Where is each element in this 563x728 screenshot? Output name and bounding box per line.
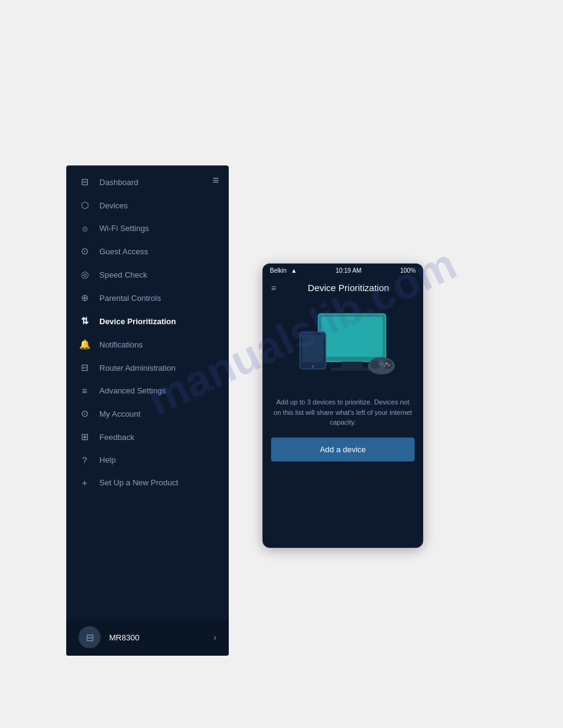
sidebar-item-feedback[interactable]: ⊞Feedback [66, 425, 229, 449]
status-left: Belkin ▲ [270, 267, 297, 274]
sidebar-label-my-account: My Account [99, 409, 216, 419]
sidebar-item-my-account[interactable]: ⊙My Account [66, 402, 229, 425]
add-device-button[interactable]: Add a device [271, 438, 415, 461]
svg-point-9 [383, 360, 393, 369]
sidebar-item-set-up-new-product[interactable]: +Set Up a New Product [66, 471, 229, 494]
sidebar-item-device-prioritization[interactable]: ⇅Device Prioritization [66, 309, 229, 333]
phone-mockup: Belkin ▲ 10:19 AM 100% ≡ Device Prioriti… [262, 264, 423, 548]
sidebar-item-guest-access[interactable]: ⊙Guest Access [66, 240, 229, 263]
svg-point-8 [370, 360, 380, 369]
svg-point-14 [383, 365, 386, 367]
sidebar-item-dashboard[interactable]: ⊟Dashboard [66, 170, 229, 194]
set-up-new-product-icon: + [79, 477, 91, 488]
sidebar-label-help: Help [99, 455, 216, 464]
advanced-settings-icon: ≡ [79, 385, 91, 396]
sidebar-label-advanced-settings: Advanced Settings [99, 386, 216, 395]
guest-access-icon: ⊙ [79, 246, 91, 257]
sidebar-item-router-administration[interactable]: ⊟Router Administration [66, 356, 229, 379]
sidebar-label-notifications: Notifications [99, 340, 216, 349]
help-icon: ? [79, 455, 91, 465]
sidebar: ≡ ⊟Dashboard⬡Devices⌾Wi-Fi Settings⊙Gues… [66, 165, 229, 656]
phone-header: ≡ Device Prioritization [262, 278, 423, 298]
phone-body: Add up to 3 devices to prioritize. Devic… [262, 298, 423, 471]
sidebar-item-devices[interactable]: ⬡Devices [66, 194, 229, 217]
svg-rect-3 [331, 368, 373, 371]
sidebar-item-help[interactable]: ?Help [66, 449, 229, 471]
status-bar: Belkin ▲ 10:19 AM 100% [262, 264, 423, 278]
wifi-icon: ▲ [291, 267, 297, 274]
sidebar-item-advanced-settings[interactable]: ≡Advanced Settings [66, 379, 229, 402]
sidebar-label-feedback: Feedback [99, 433, 216, 442]
router-administration-icon: ⊟ [79, 362, 91, 373]
router-avatar: ⊟ [79, 626, 101, 648]
battery-text: 100% [400, 267, 416, 274]
carrier-text: Belkin [270, 267, 286, 274]
device-illustration [282, 308, 404, 387]
my-account-icon: ⊙ [79, 408, 91, 419]
sidebar-item-notifications[interactable]: 🔔Notifications [66, 333, 229, 356]
svg-point-13 [388, 364, 390, 366]
sidebar-item-wifi-settings[interactable]: ⌾Wi-Fi Settings [66, 217, 229, 240]
feedback-icon: ⊞ [79, 431, 91, 442]
svg-rect-5 [302, 335, 323, 362]
sidebar-label-dashboard: Dashboard [99, 178, 216, 187]
svg-point-12 [385, 362, 388, 365]
notifications-icon: 🔔 [79, 339, 91, 350]
phone-menu-icon[interactable]: ≡ [271, 283, 276, 293]
sidebar-label-wifi-settings: Wi-Fi Settings [99, 224, 216, 233]
dashboard-icon: ⊟ [79, 176, 91, 188]
svg-rect-11 [380, 361, 383, 366]
device-prioritization-icon: ⇅ [79, 316, 91, 327]
sidebar-item-parental-controls[interactable]: ⊕Parental Controls [66, 286, 229, 309]
phone-title: Device Prioritization [282, 282, 415, 293]
sidebar-nav: ⊟Dashboard⬡Devices⌾Wi-Fi Settings⊙Guest … [66, 165, 229, 499]
sidebar-label-guest-access: Guest Access [99, 247, 216, 256]
sidebar-label-router-administration: Router Administration [99, 363, 216, 373]
sidebar-label-speed-check: Speed Check [99, 270, 216, 279]
devices-icon: ⬡ [79, 200, 91, 211]
wifi-settings-icon: ⌾ [79, 223, 91, 233]
body-description: Add up to 3 devices to prioritize. Devic… [271, 397, 415, 428]
sidebar-item-speed-check[interactable]: ◎Speed Check [66, 263, 229, 286]
time-text: 10:19 AM [335, 267, 361, 274]
sidebar-label-set-up-new-product: Set Up a New Product [99, 478, 216, 487]
svg-point-6 [312, 365, 314, 368]
sidebar-label-devices: Devices [99, 201, 216, 210]
router-name: MR8300 [109, 633, 205, 642]
sidebar-label-parental-controls: Parental Controls [99, 294, 216, 303]
sidebar-label-device-prioritization: Device Prioritization [99, 317, 216, 326]
speed-check-icon: ◎ [79, 269, 91, 280]
parental-controls-icon: ⊕ [79, 292, 91, 303]
svg-rect-2 [342, 362, 362, 368]
router-chevron-icon: › [213, 632, 216, 642]
router-item[interactable]: ⊟MR8300› [66, 619, 229, 656]
svg-rect-1 [321, 317, 383, 357]
